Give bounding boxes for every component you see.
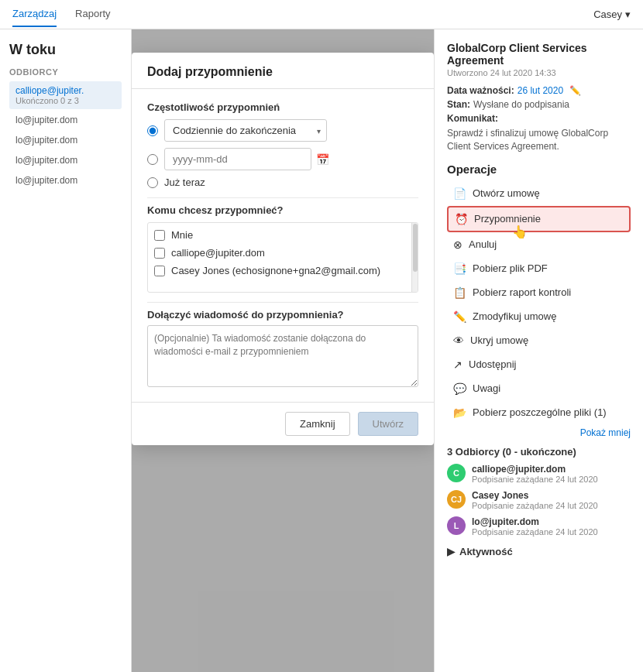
recipient-info-1: Casey Jones Podpisanie zażądane 24 lut 2… [472, 490, 631, 510]
submit-button[interactable]: Utwórz [358, 412, 418, 436]
op-notes-label: Uwagi [473, 382, 500, 394]
rp-status-row: Stan: Wysłane do podpisania [447, 99, 631, 110]
divider-2 [147, 302, 418, 303]
op-notes[interactable]: 💬 Uwagi [447, 377, 631, 400]
op-audit-label: Pobierz raport kontroli [473, 286, 571, 298]
sidebar-item-status-0: Ukończono 0 z 3 [15, 96, 115, 105]
checkbox-group: Mnie calliope@jupiter.dom Casey Jones (e… [154, 229, 402, 276]
radio-date[interactable] [147, 154, 158, 165]
message-textarea[interactable] [147, 325, 418, 387]
scroll-track [411, 223, 418, 292]
sidebar-item-email-0: calliope@jupiter. [15, 85, 115, 96]
main-layout: W toku ODBIORCY calliope@jupiter. Ukończ… [0, 29, 643, 672]
recipient-item-1: CJ Casey Jones Podpisanie zażądane 24 lu… [447, 490, 631, 510]
recipients-label: ODBIORCY [9, 67, 122, 77]
sidebar-item-4[interactable]: lo@jupiter.dom [9, 171, 122, 190]
sidebar-item-2[interactable]: lo@jupiter.dom [9, 131, 122, 149]
sidebar-section-title: W toku [9, 42, 122, 58]
recipient-sub-1: Podpisanie zażądane 24 lut 2020 [472, 501, 631, 510]
who-label: Komu chcesz przypomnieć? [147, 204, 418, 216]
recipient-item-2: L lo@jupiter.dom Podpisanie zażądane 24 … [447, 516, 631, 537]
modal-footer: Zamknij Utwórz [132, 402, 434, 445]
recipient-name-0: calliope@jupiter.dom [472, 464, 631, 475]
recipient-info-0: calliope@jupiter.dom Podpisanie zażądane… [472, 464, 631, 484]
op-open[interactable]: 📄 Otwórz umowę [447, 182, 631, 205]
sidebar-item-3[interactable]: lo@jupiter.dom [9, 151, 122, 170]
tab-zarzadzaj[interactable]: Zarządzaj [12, 2, 57, 27]
show-less-button[interactable]: Pokaż mniej [447, 427, 631, 438]
op-cancel[interactable]: ⊗ Anuluj [447, 233, 631, 256]
op-files-label: Pobierz poszczególne pliki (1) [473, 406, 607, 418]
date-input[interactable] [164, 148, 311, 170]
recipient-item-0: C calliope@jupiter.dom Podpisanie zażąda… [447, 464, 631, 484]
modal: Dodaj przypomnienie Częstotliwość przypo… [132, 53, 434, 445]
notes-icon: 💬 [453, 382, 466, 395]
frequency-select[interactable]: Codziennie do zakończenia Co tydzień do … [164, 119, 327, 142]
op-reminder[interactable]: ⏰ Przypomnienie 👆 [447, 206, 631, 232]
op-modify[interactable]: ✏️ Zmodyfikuj umowę [447, 305, 631, 328]
tab-raporty[interactable]: Raporty [75, 2, 111, 27]
radio-now[interactable] [147, 177, 158, 188]
recipient-sub-0: Podpisanie zażądane 24 lut 2020 [472, 475, 631, 484]
activity-label: Aktywność [459, 546, 513, 557]
modal-overlay: Dodaj przypomnienie Częstotliwość przypo… [132, 29, 434, 672]
calendar-icon[interactable]: 📅 [316, 153, 329, 166]
radio-daily[interactable] [147, 125, 158, 136]
checkbox-mnie[interactable] [154, 230, 165, 241]
recipients-section: 3 Odbiorcy (0 - ukończone) C calliope@ju… [447, 446, 631, 537]
frequency-label: Częstotliwość przypomnień [147, 101, 418, 113]
rp-expiry-label: Data ważności: [447, 85, 514, 96]
op-modify-label: Zmodyfikuj umowę [473, 310, 556, 322]
frequency-select-wrapper: Codziennie do zakończenia Co tydzień do … [164, 119, 327, 142]
checkbox-label-0: Mnie [171, 229, 193, 241]
checkbox-row-2: Casey Jones (echosignone+gna2@gmail.com) [154, 265, 402, 276]
op-pdf-label: Pobierz plik PDF [473, 262, 548, 274]
recipient-name-1: Casey Jones [472, 490, 631, 501]
rp-expiry-value[interactable]: 26 lut 2020 [517, 85, 563, 96]
recipients-title: 3 Odbiorcy (0 - ukończone) [447, 446, 631, 458]
rp-status-label: Stan: [447, 99, 470, 110]
user-menu[interactable]: Casey ▾ [593, 9, 631, 20]
rp-title: GlobalCorp Client Services Agreement [447, 42, 631, 67]
divider-1 [147, 197, 418, 198]
op-pdf[interactable]: 📑 Pobierz plik PDF [447, 257, 631, 280]
activity-toggle[interactable]: ▶ Aktywność [447, 546, 631, 557]
op-hide-label: Ukryj umowę [470, 334, 528, 346]
sidebar-item-1[interactable]: lo@jupiter.dom [9, 111, 122, 129]
radio-row-now: Już teraz [147, 177, 418, 188]
operations-title: Operacje [447, 163, 631, 176]
modify-icon: ✏️ [453, 310, 466, 323]
checkbox-calliope[interactable] [154, 248, 165, 259]
reminder-icon: ⏰ [455, 213, 468, 225]
recipient-sub-2: Podpisanie zażądane 24 lut 2020 [472, 527, 631, 537]
pdf-icon: 📑 [453, 262, 466, 275]
activity-chevron-icon: ▶ [447, 546, 455, 557]
op-share[interactable]: ↗ Udostępnij [447, 353, 631, 376]
checkbox-scroll-container: Mnie calliope@jupiter.dom Casey Jones (e… [147, 222, 418, 293]
edit-expiry-icon[interactable]: ✏️ [569, 85, 581, 96]
user-dropdown-icon: ▾ [625, 9, 631, 20]
op-files[interactable]: 📂 Pobierz poszczególne pliki (1) [447, 401, 631, 424]
files-icon: 📂 [453, 406, 466, 419]
op-share-label: Udostępnij [469, 358, 516, 370]
checkbox-row-1: calliope@jupiter.dom [154, 247, 402, 259]
hide-icon: 👁 [453, 334, 464, 347]
scroll-thumb [413, 224, 418, 272]
frequency-radio-group: Codziennie do zakończenia Co tydzień do … [147, 119, 418, 188]
radio-row-date: 📅 [147, 148, 418, 170]
recipient-avatar-0: C [447, 464, 466, 482]
checkbox-row-0: Mnie [154, 229, 402, 241]
recipient-avatar-2: L [447, 516, 466, 535]
sidebar-item-0[interactable]: calliope@jupiter. Ukończono 0 z 3 [9, 81, 122, 109]
operations-list: 📄 Otwórz umowę ⏰ Przypomnienie 👆 ⊗ Anulu… [447, 182, 631, 424]
cancel-button[interactable]: Zamknij [285, 412, 350, 436]
op-hide[interactable]: 👁 Ukryj umowę [447, 329, 631, 352]
rp-message-label: Komunikat: [447, 113, 498, 124]
op-audit[interactable]: 📋 Pobierz raport kontroli [447, 281, 631, 304]
op-cancel-label: Anuluj [469, 238, 497, 250]
modal-body: Częstotliwość przypomnień Codziennie do … [132, 89, 434, 402]
checkbox-label-1: calliope@jupiter.dom [171, 247, 265, 259]
checkbox-casey[interactable] [154, 266, 165, 276]
right-panel: GlobalCorp Client Services Agreement Utw… [434, 29, 643, 672]
recipient-name-2: lo@jupiter.dom [472, 516, 631, 527]
